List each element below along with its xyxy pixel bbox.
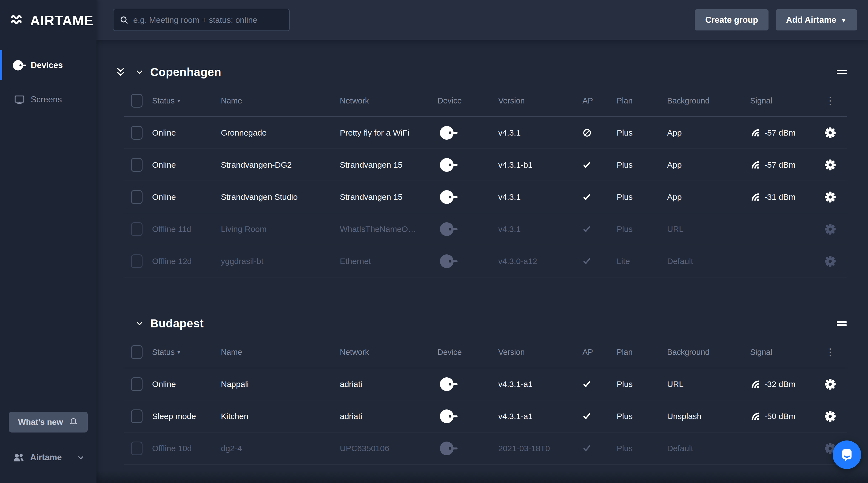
group-collapse-icon[interactable] [135,67,146,77]
row-checkbox[interactable] [131,126,143,140]
device-background: Default [667,257,750,266]
org-label: Airtame [30,453,62,462]
column-header-ap: AP [582,348,617,357]
device-group: Copenhagen Status ▾ Name Network Device … [124,40,847,278]
sort-caret-icon: ▾ [177,349,180,356]
device-table: Status ▾ Name Network Device Version AP … [124,85,847,278]
column-header-device: Device [437,348,498,357]
search-input[interactable] [133,16,283,25]
row-checkbox[interactable] [131,222,143,236]
device-version: v4.3.0-a12 [498,257,582,266]
row-checkbox[interactable] [131,254,143,268]
device-network: Strandvangen 15 [340,192,437,202]
settings-gear-icon[interactable] [824,410,836,423]
device-plan: Plus [617,411,667,421]
device-row[interactable]: Sleep mode Kitchen adriati v4.3.1-a1 [124,400,847,432]
create-group-button[interactable]: Create group [695,9,769,30]
device-row[interactable]: Offline 12d yggdrasil-bt Ethernet v4.3.0… [124,245,847,278]
row-checkbox[interactable] [131,377,143,391]
device-network: WhatIsTheNameO… [340,225,437,234]
device-row[interactable]: Online Nappali adriati v4.3.1-a1 [124,368,847,400]
device-group: Budapest Status ▾ Name Network Device Ve… [124,310,847,464]
ap-check-icon [582,444,617,453]
device-icon [12,60,26,71]
group-menu-icon[interactable] [836,68,847,76]
device-network: Ethernet [340,257,437,266]
device-network: adriati [340,411,437,421]
device-plan: Plus [617,192,667,202]
column-header-name: Name [221,96,340,105]
column-header-status[interactable]: Status ▾ [152,96,221,105]
device-status: Online [152,160,221,170]
chevron-down-icon [77,453,85,462]
settings-gear-icon[interactable] [824,255,836,267]
sidebar-item-label: Screens [31,95,62,105]
column-header-network: Network [340,96,437,105]
sidebar-item-screens[interactable]: Screens [0,82,96,117]
row-checkbox[interactable] [131,442,143,455]
row-checkbox[interactable] [131,158,143,172]
airtame-device-icon [437,222,498,237]
select-all-checkbox[interactable] [131,345,143,359]
org-switcher[interactable]: Airtame [9,448,88,467]
column-header-background: Background [667,96,750,105]
column-menu-icon[interactable]: ⋮ [813,96,847,106]
settings-gear-icon[interactable] [824,126,836,139]
ap-check-icon [582,412,617,421]
device-row[interactable]: Online Strandvangen-DG2 Strandvangen 15 … [124,149,847,181]
column-header-status[interactable]: Status ▾ [152,348,221,357]
add-airtame-button[interactable]: Add Airtame ▼ [776,9,857,30]
whats-new-button[interactable]: What's new [9,411,88,432]
column-header-version: Version [498,348,582,357]
row-checkbox[interactable] [131,409,143,423]
device-list: Copenhagen Status ▾ Name Network Device … [96,40,868,483]
device-name: Nappali [221,379,340,389]
sidebar-bottom: What's new Airtame [0,411,96,483]
sort-caret-icon: ▾ [177,97,180,104]
signal-icon [750,192,761,202]
settings-gear-icon[interactable] [824,191,836,203]
device-network: Pretty fly for a WiFi [340,128,437,138]
device-name: Strandvangen-DG2 [221,160,340,170]
sidebar-item-devices[interactable]: Devices [0,48,96,82]
airtame-device-icon [437,189,498,205]
topbar-actions: Create group Add Airtame ▼ [695,9,857,30]
signal-icon [750,411,761,422]
device-plan: Plus [617,444,667,453]
settings-gear-icon[interactable] [824,159,836,171]
device-status: Offline 11d [152,225,221,234]
device-status: Online [152,379,221,389]
settings-gear-icon[interactable] [824,223,836,235]
settings-gear-icon[interactable] [824,378,836,391]
logo-text: AIRTAME [30,12,93,29]
search-icon [120,16,129,25]
table-header: Status ▾ Name Network Device Version AP … [124,337,847,368]
device-row[interactable]: Online Gronnegade Pretty fly for a WiFi … [124,117,847,149]
signal-icon [750,160,761,170]
search-box [113,9,290,31]
device-plan: Plus [617,160,667,170]
collapse-all-icon[interactable] [115,66,127,78]
device-name: yggdrasil-bt [221,257,340,266]
signal-icon [750,379,761,390]
row-checkbox[interactable] [131,190,143,204]
select-all-checkbox[interactable] [131,94,143,108]
device-version: v4.3.1 [498,225,582,234]
column-menu-icon[interactable]: ⋮ [813,347,847,357]
group-menu-icon[interactable] [836,319,847,328]
ap-check-icon [582,161,617,169]
device-name: Living Room [221,225,340,234]
group-collapse-icon[interactable] [135,319,146,328]
monitor-icon [12,94,26,105]
device-row[interactable]: Offline 11d Living Room WhatIsTheNameO… … [124,213,847,245]
device-name: Gronnegade [221,128,340,138]
chat-launcher-button[interactable] [833,441,861,469]
chat-bubble-icon [839,447,854,462]
device-row[interactable]: Offline 10d dg2-4 UPC6350106 2021-03-18T… [124,432,847,464]
main-area: Create group Add Airtame ▼ Copenhag [96,0,868,483]
table-header: Status ▾ Name Network Device Version AP … [124,85,847,117]
airtame-device-icon [437,157,498,173]
device-name: Kitchen [221,411,340,421]
device-row[interactable]: Online Strandvangen Studio Strandvangen … [124,181,847,213]
device-name: Strandvangen Studio [221,192,340,202]
